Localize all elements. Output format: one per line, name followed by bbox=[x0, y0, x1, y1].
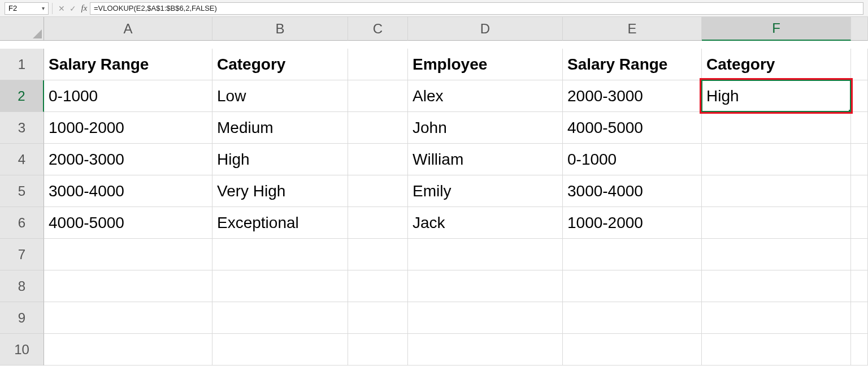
cell-A7[interactable] bbox=[44, 239, 212, 270]
cell-C8[interactable] bbox=[348, 270, 408, 302]
cell-C4[interactable] bbox=[348, 144, 408, 175]
formula-input[interactable]: =VLOOKUP(E2,$A$1:$B$6,2,FALSE) bbox=[90, 2, 863, 15]
row-head-8[interactable]: 8 bbox=[0, 270, 44, 302]
col-head-F[interactable]: F bbox=[702, 17, 851, 41]
cell-D5[interactable]: Emily bbox=[408, 175, 563, 207]
cell-D7[interactable] bbox=[408, 239, 563, 270]
name-box[interactable]: F2 ▾ bbox=[5, 2, 49, 15]
cell-C9[interactable] bbox=[348, 302, 408, 334]
cell-C2[interactable] bbox=[348, 80, 408, 112]
col-head-C[interactable]: C bbox=[348, 17, 408, 41]
cell-A5[interactable]: 3000-4000 bbox=[44, 175, 212, 207]
cell-E6[interactable]: 1000-2000 bbox=[563, 207, 702, 239]
cell-D8[interactable] bbox=[408, 270, 563, 302]
spreadsheet-grid[interactable]: A B C D E F 1 Salary Range Category Empl… bbox=[0, 17, 868, 366]
cell-A9[interactable] bbox=[44, 302, 212, 334]
col-head-A[interactable]: A bbox=[44, 17, 212, 41]
cell-A8[interactable] bbox=[44, 270, 212, 302]
cell-F2[interactable]: High bbox=[702, 80, 851, 112]
cell-F5[interactable] bbox=[702, 175, 851, 207]
cell-D3[interactable]: John bbox=[408, 112, 563, 144]
separator bbox=[52, 3, 53, 14]
cell-B4[interactable]: High bbox=[212, 144, 348, 175]
cell-E4[interactable]: 0-1000 bbox=[563, 144, 702, 175]
cell-C6[interactable] bbox=[348, 207, 408, 239]
cell-F3[interactable] bbox=[702, 112, 851, 144]
cell-F10[interactable] bbox=[702, 334, 851, 366]
row-head-6[interactable]: 6 bbox=[0, 207, 44, 239]
row-head-1[interactable]: 1 bbox=[0, 49, 44, 80]
cell-A10[interactable] bbox=[44, 334, 212, 366]
cell-B7[interactable] bbox=[212, 239, 348, 270]
row-head-7[interactable]: 7 bbox=[0, 239, 44, 270]
cell-E1[interactable]: Salary Range bbox=[563, 49, 702, 80]
cell-D9[interactable] bbox=[408, 302, 563, 334]
cell-E10[interactable] bbox=[563, 334, 702, 366]
cell-G4[interactable] bbox=[851, 144, 868, 175]
cell-B8[interactable] bbox=[212, 270, 348, 302]
row-head-2[interactable]: 2 bbox=[0, 80, 44, 112]
cell-B5[interactable]: Very High bbox=[212, 175, 348, 207]
col-head-B[interactable]: B bbox=[212, 17, 348, 41]
check-icon: ✓ bbox=[70, 4, 76, 13]
cell-G2[interactable] bbox=[851, 80, 868, 112]
col-head-D[interactable]: D bbox=[408, 17, 563, 41]
cell-G7[interactable] bbox=[851, 239, 868, 270]
cell-D4[interactable]: William bbox=[408, 144, 563, 175]
cell-G10[interactable] bbox=[851, 334, 868, 366]
cell-E7[interactable] bbox=[563, 239, 702, 270]
fx-icon: fx bbox=[81, 3, 88, 13]
cell-A4[interactable]: 2000-3000 bbox=[44, 144, 212, 175]
cell-C1[interactable] bbox=[348, 49, 408, 80]
cell-B6[interactable]: Exceptional bbox=[212, 207, 348, 239]
cell-G1[interactable] bbox=[851, 49, 868, 80]
cell-E3[interactable]: 4000-5000 bbox=[563, 112, 702, 144]
cell-A6[interactable]: 4000-5000 bbox=[44, 207, 212, 239]
formula-text: =VLOOKUP(E2,$A$1:$B$6,2,FALSE) bbox=[94, 4, 217, 12]
cell-G8[interactable] bbox=[851, 270, 868, 302]
cell-F6[interactable] bbox=[702, 207, 851, 239]
cell-D10[interactable] bbox=[408, 334, 563, 366]
cell-G6[interactable] bbox=[851, 207, 868, 239]
cell-B10[interactable] bbox=[212, 334, 348, 366]
cell-G5[interactable] bbox=[851, 175, 868, 207]
cell-A2[interactable]: 0-1000 bbox=[44, 80, 212, 112]
cell-G9[interactable] bbox=[851, 302, 868, 334]
cell-D1[interactable]: Employee bbox=[408, 49, 563, 80]
insert-function-button[interactable]: fx bbox=[79, 2, 90, 15]
cell-B1[interactable]: Category bbox=[212, 49, 348, 80]
cell-E9[interactable] bbox=[563, 302, 702, 334]
cell-C3[interactable] bbox=[348, 112, 408, 144]
cell-A1[interactable]: Salary Range bbox=[44, 49, 212, 80]
row-head-9[interactable]: 9 bbox=[0, 302, 44, 334]
cell-B3[interactable]: Medium bbox=[212, 112, 348, 144]
cell-F9[interactable] bbox=[702, 302, 851, 334]
cell-G3[interactable] bbox=[851, 112, 868, 144]
cell-B2[interactable]: Low bbox=[212, 80, 348, 112]
col-head-E[interactable]: E bbox=[563, 17, 702, 41]
cell-E5[interactable]: 3000-4000 bbox=[563, 175, 702, 207]
row-head-4[interactable]: 4 bbox=[0, 144, 44, 175]
cell-F1[interactable]: Category bbox=[702, 49, 851, 80]
cell-A3[interactable]: 1000-2000 bbox=[44, 112, 212, 144]
cell-E8[interactable] bbox=[563, 270, 702, 302]
enter-button[interactable]: ✓ bbox=[67, 2, 79, 15]
row-head-3[interactable]: 3 bbox=[0, 112, 44, 144]
cell-C5[interactable] bbox=[348, 175, 408, 207]
cell-F8[interactable] bbox=[702, 270, 851, 302]
name-box-value: F2 bbox=[8, 4, 17, 12]
cell-B9[interactable] bbox=[212, 302, 348, 334]
row-head-10[interactable]: 10 bbox=[0, 334, 44, 366]
cell-C7[interactable] bbox=[348, 239, 408, 270]
col-head-extra[interactable] bbox=[851, 17, 868, 41]
cell-C10[interactable] bbox=[348, 334, 408, 366]
row-head-5[interactable]: 5 bbox=[0, 175, 44, 207]
select-all-corner[interactable] bbox=[0, 17, 44, 41]
cell-E2[interactable]: 2000-3000 bbox=[563, 80, 702, 112]
chevron-down-icon[interactable]: ▾ bbox=[42, 5, 45, 11]
cell-D2[interactable]: Alex bbox=[408, 80, 563, 112]
cell-F7[interactable] bbox=[702, 239, 851, 270]
cell-F4[interactable] bbox=[702, 144, 851, 175]
cell-D6[interactable]: Jack bbox=[408, 207, 563, 239]
cancel-button[interactable]: ✕ bbox=[56, 2, 67, 15]
